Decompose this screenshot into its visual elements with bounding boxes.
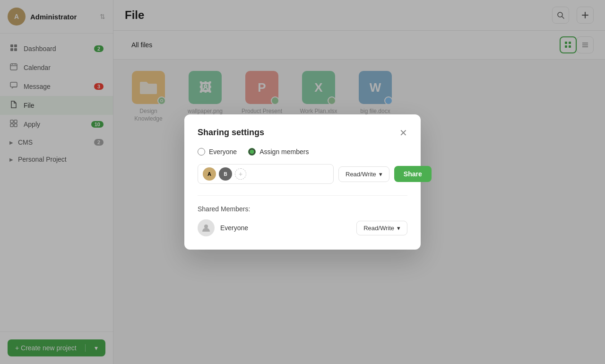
share-row: A B + Read/Write ▾ Share xyxy=(198,164,407,184)
radio-assign-input[interactable] xyxy=(248,148,256,156)
permission-select-value: Read/Write xyxy=(346,171,376,178)
modal-title: Sharing settings xyxy=(198,128,264,138)
everyone-permission-chevron: ▾ xyxy=(397,225,400,232)
radio-everyone-input[interactable] xyxy=(198,148,205,156)
radio-assign[interactable]: Assign members xyxy=(248,148,309,156)
divider xyxy=(198,195,407,196)
everyone-permission-dropdown[interactable]: Read/Write ▾ xyxy=(356,221,407,235)
sharing-settings-modal: Sharing settings ✕ Everyone Assign membe… xyxy=(184,114,421,250)
modal-close-button[interactable]: ✕ xyxy=(399,128,407,138)
shared-member-row-everyone: Everyone Read/Write ▾ xyxy=(198,219,407,236)
member-avatar-1: A xyxy=(203,167,216,181)
radio-everyone[interactable]: Everyone xyxy=(198,148,237,156)
everyone-member-name: Everyone xyxy=(220,224,351,232)
permission-select[interactable]: Read/Write ▾ xyxy=(338,166,389,182)
svg-point-26 xyxy=(204,225,208,228)
everyone-avatar xyxy=(198,219,215,236)
members-input-box[interactable]: A B + xyxy=(198,164,334,184)
member-avatar-2: B xyxy=(219,167,232,181)
modal-header: Sharing settings ✕ xyxy=(198,128,407,138)
add-member-button[interactable]: + xyxy=(235,168,246,180)
members-text-input[interactable] xyxy=(249,171,328,178)
shared-members-label: Shared Members: xyxy=(198,205,407,213)
sharing-radio-group: Everyone Assign members xyxy=(198,148,407,156)
share-button[interactable]: Share xyxy=(394,166,432,182)
everyone-permission-value: Read/Write xyxy=(363,225,394,232)
radio-everyone-label: Everyone xyxy=(209,148,237,156)
radio-assign-label: Assign members xyxy=(259,148,309,156)
permission-chevron-icon: ▾ xyxy=(379,171,382,178)
modal-overlay[interactable]: Sharing settings ✕ Everyone Assign membe… xyxy=(0,0,605,364)
